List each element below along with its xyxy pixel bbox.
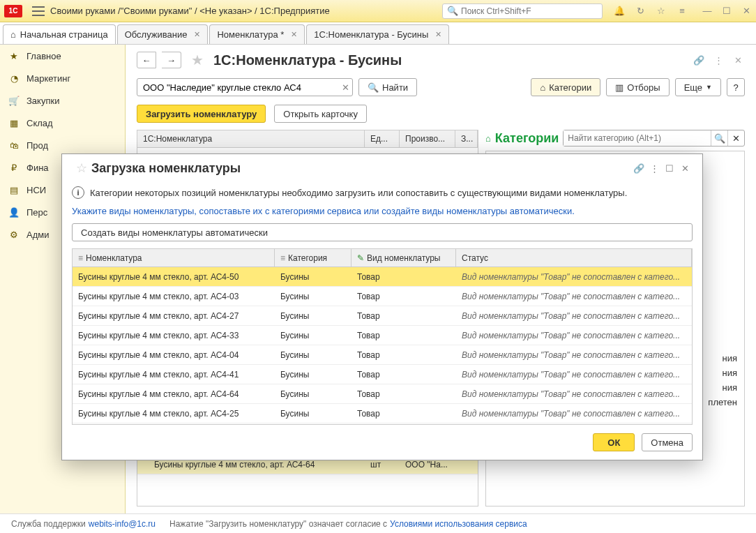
favorite-icon[interactable]: ★ <box>191 52 204 68</box>
column-header[interactable]: ≡Номенклатура <box>73 249 275 266</box>
tree-item-label: ния <box>723 368 737 378</box>
sidebar-item-purchases[interactable]: 🛒Закупки <box>0 89 125 112</box>
toolbar-actions: Загрузить номенклатуру Открыть карточку <box>126 102 756 130</box>
close-icon[interactable]: ✕ <box>435 30 441 39</box>
table-cell: Вид номенклатуры "Товар" не сопоставлен … <box>456 311 692 321</box>
tab-label: Обслуживание <box>125 29 188 40</box>
search-input[interactable] <box>137 82 338 93</box>
category-search-input[interactable] <box>564 130 711 146</box>
column-header[interactable]: З... <box>455 130 478 147</box>
star-icon[interactable]: ☆ <box>656 6 667 17</box>
search-icon: 🔍 <box>447 6 458 16</box>
more-icon[interactable]: ⋮ <box>647 163 662 174</box>
table-row[interactable]: Бусины круглые 4 мм стекло, арт. АС4-41Б… <box>73 365 692 384</box>
terms-link[interactable]: Условиями использования сервиса <box>390 519 527 529</box>
cart-icon: 🛒 <box>8 95 20 106</box>
load-nomenclature-button[interactable]: Загрузить номенклатуру <box>137 105 266 123</box>
sidebar-item-label: НСИ <box>27 185 46 195</box>
tab-home[interactable]: ⌂ Начальная страница <box>3 24 116 44</box>
auto-create-types-button[interactable]: Создать виды номенклатуры автоматически <box>72 223 693 241</box>
table-row[interactable]: Бусины круглые 4 мм стекло, арт. АС4-04Б… <box>73 345 692 365</box>
column-header[interactable]: Произво... <box>400 130 455 147</box>
maximize-button[interactable]: ☐ <box>721 6 732 16</box>
link-icon[interactable]: 🔗 <box>631 163 647 174</box>
categories-button[interactable]: ⌂Категории <box>531 78 600 96</box>
column-header[interactable]: ≡Категория <box>275 249 351 266</box>
find-button[interactable]: 🔍Найти <box>358 78 417 96</box>
tab-maintenance[interactable]: Обслуживание ✕ <box>117 24 209 44</box>
more-icon[interactable]: ⋮ <box>711 55 725 66</box>
sidebar-item-warehouse[interactable]: ▦Склад <box>0 112 125 134</box>
table-cell: Вид номенклатуры "Товар" не сопоставлен … <box>456 292 692 301</box>
more-button[interactable]: Еще▼ <box>675 78 721 96</box>
close-icon[interactable]: ✕ <box>291 30 297 39</box>
column-label: Вид номенклатуры <box>367 253 441 263</box>
clear-icon[interactable]: ✕ <box>727 130 744 146</box>
logo-1c: 1C <box>4 5 22 17</box>
close-icon[interactable]: ✕ <box>731 55 745 66</box>
table-cell: Товар <box>351 370 456 380</box>
sidebar-item-marketing[interactable]: ◔Маркетинг <box>0 67 125 89</box>
table-row[interactable]: Бусины круглые 4 мм стекло, арт. АС4-64Б… <box>73 384 692 404</box>
lines-icon[interactable]: ≡ <box>676 6 688 17</box>
nav-back-button[interactable]: ← <box>137 52 156 68</box>
sidebar-item-label: Перс <box>27 207 47 218</box>
dialog-instruction-link[interactable]: Укажите виды номенклатуры, сопоставьте и… <box>72 206 575 216</box>
menu-icon[interactable] <box>32 6 45 16</box>
close-icon[interactable]: ✕ <box>194 30 200 39</box>
table-row[interactable]: Бусины круглые 4 мм стекло, арт. АС4-33Б… <box>73 326 692 345</box>
grid-icon: ▦ <box>8 117 20 128</box>
help-button[interactable]: ? <box>727 78 745 96</box>
favorite-icon[interactable]: ☆ <box>76 160 87 176</box>
open-card-button[interactable]: Открыть карточку <box>274 105 367 123</box>
minimize-button[interactable]: — <box>702 6 713 16</box>
history-icon[interactable]: ↻ <box>635 6 646 17</box>
support-link[interactable]: webits-info@1c.ru <box>89 519 156 529</box>
tab-nomenclature[interactable]: Номенклатура * ✕ <box>209 24 305 44</box>
bag-icon: 🛍 <box>8 140 20 151</box>
table-cell: Бусины круглые 4 мм стекло, арт. АС4-64 <box>73 389 275 399</box>
dialog-info-text: Категории некоторых позиций номенклатуры… <box>90 188 627 198</box>
button-label: Еще <box>684 82 702 93</box>
footer-label: Служба поддержки <box>11 519 86 529</box>
search-icon[interactable]: 🔍 <box>711 130 727 146</box>
column-header[interactable]: ✎Вид номенклатуры <box>351 249 456 266</box>
table-row[interactable]: Бусины круглые 4 мм стекло, арт. АС4-25Б… <box>73 404 692 423</box>
table-row[interactable]: Бусины круглые 4 мм стекло, арт. АС4-50Б… <box>73 267 692 287</box>
ok-button[interactable]: ОК <box>593 433 635 451</box>
table-cell: Вид номенклатуры "Товар" не сопоставлен … <box>456 370 692 380</box>
table-cell: Бусины круглые 4 мм стекло, арт. АС4-33 <box>73 331 275 340</box>
nav-forward-button[interactable]: → <box>162 52 181 68</box>
close-icon[interactable]: ✕ <box>677 163 693 174</box>
column-header[interactable]: Ед... <box>365 130 400 147</box>
column-header[interactable]: 1С:Номенклатура <box>137 130 365 147</box>
table-cell: ООО "На... <box>400 460 455 470</box>
table-cell: Вид номенклатуры "Товар" не сопоставлен … <box>456 350 692 360</box>
sidebar-item-label: Закупки <box>27 96 59 106</box>
pie-icon: ◔ <box>8 73 20 84</box>
clear-icon[interactable]: ✕ <box>338 82 352 93</box>
global-search-input[interactable] <box>461 6 598 16</box>
column-header[interactable]: Статус <box>456 249 692 266</box>
load-nomenclature-dialog: ☆ Загрузка номенклатуры 🔗 ⋮ ☐ ✕ i Катего… <box>61 153 703 460</box>
table-row[interactable]: Бусины круглые 4 мм стекло, арт. АС4-27Б… <box>73 306 692 326</box>
cancel-button[interactable]: Отмена <box>642 433 693 451</box>
filters-button[interactable]: ▥Отборы <box>606 78 669 96</box>
titlebar: 1C Своими руками /"Своими руками" / <Не … <box>0 0 756 22</box>
tab-1c-nomenclature-beads[interactable]: 1С:Номенклатура - Бусины ✕ <box>306 24 449 44</box>
sidebar-item-main[interactable]: ★Главное <box>0 45 125 67</box>
chevron-down-icon: ▼ <box>706 84 712 91</box>
global-search[interactable]: 🔍 <box>442 3 603 19</box>
table-cell: Товар <box>351 272 456 282</box>
dialog-table-body[interactable]: Бусины круглые 4 мм стекло, арт. АС4-50Б… <box>73 267 692 424</box>
bell-icon[interactable]: 🔔 <box>614 6 625 17</box>
category-search[interactable]: 🔍 ✕ <box>563 130 745 147</box>
maximize-icon[interactable]: ☐ <box>662 163 677 174</box>
close-button[interactable]: ✕ <box>741 6 752 16</box>
link-icon[interactable]: 🔗 <box>692 55 706 66</box>
toolbar-search: ✕ 🔍Найти ⌂Категории ▥Отборы Еще▼ ? <box>126 75 756 102</box>
sidebar-item-label: Фина <box>27 163 49 173</box>
table-row[interactable]: Бусины круглые 4 мм стекло, арт. АС4-03Б… <box>73 287 692 306</box>
search-field[interactable]: ✕ <box>137 78 353 96</box>
table-header: 1С:Номенклатура Ед... Произво... З... <box>137 130 478 148</box>
